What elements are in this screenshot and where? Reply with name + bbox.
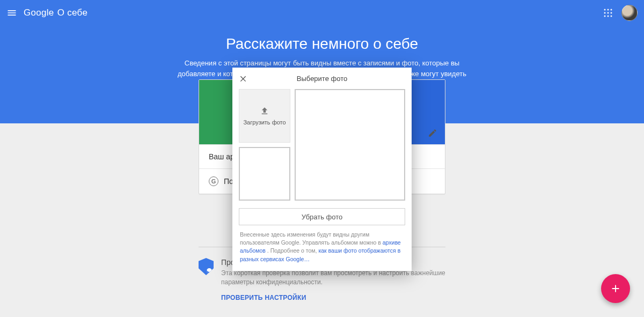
svg-point-4: [608, 12, 609, 14]
upload-icon: [260, 106, 269, 116]
shield-icon: [199, 258, 214, 275]
brand-main: Google: [24, 8, 54, 18]
photo-thumb-large[interactable]: [295, 89, 405, 201]
footer-text-1: Внесенные здесь изменения будут видны др…: [240, 231, 383, 246]
privacy-body: Эта короткая проверка позволит вам просм…: [221, 269, 445, 287]
modal-header: Выберите фото: [232, 68, 412, 89]
svg-point-1: [608, 9, 609, 11]
close-button[interactable]: [232, 68, 254, 89]
modal-title: Выберите фото: [232, 75, 412, 83]
fab-add-button[interactable]: [601, 274, 630, 303]
avatar[interactable]: [621, 5, 638, 21]
svg-point-2: [611, 9, 612, 11]
photo-thumb-small[interactable]: [239, 147, 290, 201]
google-g-icon: G: [209, 176, 218, 186]
upload-photo-label: Загрузить фото: [243, 119, 286, 126]
svg-point-3: [604, 12, 606, 14]
menu-icon[interactable]: [6, 8, 17, 18]
svg-point-6: [604, 16, 606, 17]
modal-footer: Внесенные здесь изменения будут видны др…: [232, 231, 412, 263]
upload-photo-tile[interactable]: Загрузить фото: [239, 89, 290, 143]
svg-point-0: [604, 9, 606, 11]
svg-point-5: [611, 12, 612, 14]
modal-body: Загрузить фото: [232, 89, 412, 201]
privacy-cta-link[interactable]: ПРОВЕРИТЬ НАСТРОЙКИ: [221, 294, 306, 301]
page-title: Расскажите немного о себе: [0, 35, 644, 53]
apps-icon[interactable]: [603, 8, 613, 18]
remove-photo-button[interactable]: Убрать фото: [239, 208, 405, 225]
photo-picker-modal: Выберите фото Загрузить фото Убрать фото…: [232, 68, 412, 271]
brand-sub: О себе: [57, 8, 88, 18]
footer-text-2: . Подробнее о том,: [267, 247, 319, 254]
svg-point-8: [611, 16, 612, 17]
appbar: Google О себе: [0, 0, 644, 26]
edit-cover-button[interactable]: [425, 125, 441, 141]
brand: Google О себе: [24, 8, 87, 18]
svg-point-7: [608, 16, 609, 17]
